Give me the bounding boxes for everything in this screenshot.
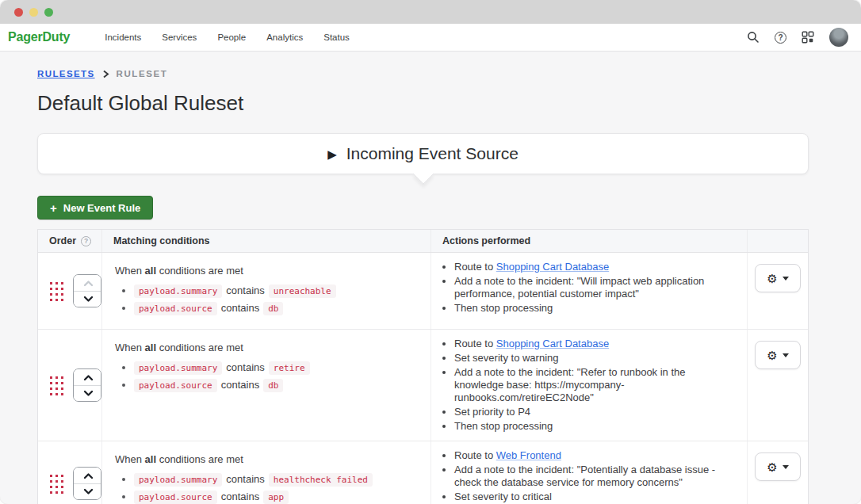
action-item: Route to Shopping Cart Database	[454, 338, 736, 350]
condition-field-chip: payload.source	[134, 491, 217, 504]
gear-icon: ⚙	[767, 273, 777, 284]
top-nav: PagerDuty Incidents Services People Anal…	[0, 24, 861, 52]
order-cell	[38, 441, 101, 504]
search-icon[interactable]	[747, 31, 760, 44]
apps-grid-icon[interactable]	[802, 31, 814, 44]
order-help-icon[interactable]: ?	[81, 236, 91, 246]
window-close-button[interactable]	[14, 8, 23, 17]
condition-value-chip: healthcheck failed	[269, 473, 373, 487]
condition-field-chip: payload.summary	[134, 473, 222, 487]
rule-settings-cell: ⚙	[747, 253, 808, 329]
service-link[interactable]: Web Frontend	[496, 449, 561, 461]
breadcrumb-rulesets-link[interactable]: RULESETS	[37, 69, 95, 78]
primary-nav: Incidents Services People Analytics Stat…	[105, 32, 350, 42]
rule-settings-button[interactable]: ⚙	[755, 341, 801, 369]
user-avatar[interactable]	[829, 28, 848, 47]
condition-field-chip: payload.summary	[134, 284, 222, 298]
column-header-conditions: Matching conditions	[101, 230, 430, 252]
service-link[interactable]: Shopping Cart Database	[496, 261, 609, 273]
order-header-label: Order	[49, 235, 76, 246]
drag-handle-icon[interactable]	[48, 375, 64, 396]
condition-operator: contains	[226, 473, 264, 485]
move-down-button[interactable]	[74, 291, 101, 307]
table-row: When all conditions are met payload.summ…	[38, 253, 808, 330]
condition-value-chip: retire	[269, 361, 310, 375]
window-zoom-button[interactable]	[44, 8, 53, 17]
when-conditions-text: When all conditions are met	[115, 342, 423, 353]
window-minimize-button[interactable]	[29, 8, 38, 17]
pagerduty-logo[interactable]: PagerDuty	[8, 30, 70, 44]
condition-operator: contains	[221, 491, 259, 502]
order-cell	[38, 253, 101, 329]
move-up-button[interactable]	[74, 468, 101, 483]
condition-item: payload.summarycontainsretire	[134, 361, 423, 373]
condition-value-chip: app	[263, 491, 289, 504]
condition-operator: contains	[226, 361, 264, 373]
gear-icon: ⚙	[767, 349, 777, 361]
dropdown-caret-icon	[783, 353, 789, 357]
move-up-button[interactable]	[74, 275, 101, 291]
condition-item: payload.sourcecontainsapp	[134, 491, 423, 502]
dropdown-caret-icon	[783, 277, 789, 281]
action-item: Then stop processing	[454, 302, 736, 315]
rule-settings-button[interactable]: ⚙	[755, 452, 801, 481]
action-item: Set severity to critical	[454, 491, 736, 503]
condition-operator: contains	[221, 379, 259, 391]
incoming-event-source-panel[interactable]: ▶ Incoming Event Source	[37, 133, 809, 174]
move-down-button[interactable]	[74, 385, 101, 401]
reorder-control	[73, 467, 101, 500]
condition-item: payload.summarycontainshealthcheck faile…	[134, 473, 423, 485]
action-item: Route to Web Frontend	[454, 449, 736, 462]
action-item: Route to Shopping Cart Database	[454, 261, 736, 273]
actions-performed-cell: Route to Shopping Cart DatabaseSet sever…	[430, 330, 747, 441]
help-icon[interactable]: ?	[775, 32, 786, 44]
reorder-control	[73, 368, 101, 402]
actions-performed-cell: Route to Shopping Cart DatabaseAdd a not…	[430, 253, 747, 329]
condition-value-chip: db	[263, 302, 283, 315]
breadcrumb-current: RULESET	[117, 69, 168, 78]
action-item: Add a note to the incident: "Will impact…	[454, 275, 736, 300]
breadcrumb-chevron-icon	[102, 70, 109, 78]
move-down-button[interactable]	[74, 483, 101, 499]
action-item: Add a note to the incident: "Potentially…	[454, 464, 736, 489]
column-header-order: Order ?	[38, 230, 101, 252]
new-event-rule-button[interactable]: + New Event Rule	[37, 196, 153, 220]
drag-handle-icon[interactable]	[48, 281, 64, 302]
move-up-button[interactable]	[74, 369, 101, 385]
condition-item: payload.summarycontainsunreachable	[134, 284, 423, 296]
condition-item: payload.sourcecontainsdb	[134, 302, 423, 314]
breadcrumb: RULESETS RULESET	[37, 69, 809, 78]
page-title: Default Global Ruleset	[37, 91, 809, 116]
rule-settings-cell: ⚙	[747, 330, 808, 441]
matching-conditions-cell: When all conditions are met payload.summ…	[101, 253, 430, 329]
table-header-row: Order ? Matching conditions Actions perf…	[38, 230, 808, 253]
rule-settings-button[interactable]: ⚙	[755, 264, 801, 292]
action-item: Set priority to P4	[454, 406, 736, 418]
new-event-rule-label: New Event Rule	[63, 202, 141, 214]
plus-icon: +	[50, 202, 57, 214]
condition-value-chip: unreachable	[269, 284, 336, 298]
condition-field-chip: payload.source	[134, 379, 217, 392]
order-cell	[38, 330, 101, 441]
nav-right-icons: ?	[747, 28, 848, 47]
condition-operator: contains	[221, 302, 259, 314]
matching-conditions-cell: When all conditions are met payload.summ…	[101, 330, 430, 441]
app-window: PagerDuty Incidents Services People Anal…	[0, 0, 861, 504]
nav-item-services[interactable]: Services	[162, 32, 197, 42]
nav-item-status[interactable]: Status	[323, 32, 350, 42]
condition-operator: contains	[226, 284, 264, 296]
action-item: Add a note to the incident: "Refer to ru…	[454, 366, 736, 404]
service-link[interactable]: Shopping Cart Database	[496, 338, 609, 349]
nav-item-people[interactable]: People	[217, 32, 246, 42]
drag-handle-icon[interactable]	[48, 473, 64, 494]
rule-settings-cell: ⚙	[747, 441, 808, 504]
condition-field-chip: payload.summary	[134, 361, 222, 375]
expand-triangle-icon: ▶	[327, 148, 337, 160]
dropdown-caret-icon	[783, 465, 789, 469]
window-titlebar	[0, 0, 861, 24]
event-rules-table: Order ? Matching conditions Actions perf…	[37, 229, 809, 504]
nav-item-analytics[interactable]: Analytics	[266, 32, 303, 42]
nav-item-incidents[interactable]: Incidents	[105, 32, 141, 42]
column-header-settings	[747, 230, 808, 252]
reorder-control	[73, 274, 101, 307]
